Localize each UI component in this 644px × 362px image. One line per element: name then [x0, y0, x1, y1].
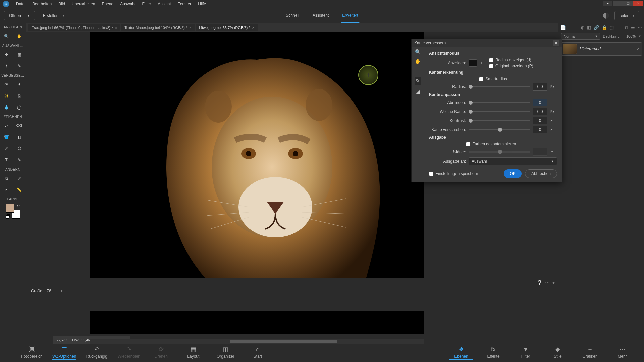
size-value[interactable]: 76	[47, 289, 57, 293]
gradient-tool-icon[interactable]: ◧	[13, 131, 26, 143]
feather-slider[interactable]	[469, 111, 530, 112]
erase-refine-icon[interactable]: ◢	[416, 88, 420, 95]
trash-icon[interactable]: 🗑	[624, 25, 628, 30]
radius-show-checkbox[interactable]: Radius anzeigen (J)	[489, 58, 557, 62]
menu-auswahl[interactable]: Auswahl	[117, 0, 139, 8]
contrast-value[interactable]: 0	[533, 117, 547, 124]
help-icon[interactable]: ❔	[537, 280, 542, 285]
layer-thumbnail[interactable]	[563, 44, 577, 54]
graphics-button[interactable]: ＋Grafiken	[578, 346, 602, 360]
hand-tool-icon[interactable]: ✋	[415, 58, 421, 64]
share-button[interactable]: Teilen ▼	[614, 11, 639, 20]
foreground-color-swatch[interactable]	[6, 204, 14, 213]
recompose-tool-icon[interactable]: ⤢	[13, 173, 26, 184]
chevron-down-icon[interactable]: ▾	[552, 280, 555, 285]
photo-bin-button[interactable]: 🖼Fotobereich	[20, 346, 44, 360]
smooth-value[interactable]: 0	[533, 99, 547, 106]
zoom-tool-icon[interactable]: 🔍	[0, 31, 13, 42]
layers-button[interactable]: ❖Ebenen	[449, 346, 473, 360]
color-swatches[interactable]: ⇄	[6, 204, 20, 219]
tab-assistant[interactable]: Assistent	[311, 8, 330, 23]
more-button[interactable]: ⋯Mehr	[610, 346, 634, 360]
layout-button[interactable]: ▦Layout	[181, 346, 205, 360]
adjustment-icon[interactable]: ◧	[587, 25, 591, 30]
eyedropper-tool-icon[interactable]: ⤢	[0, 143, 13, 154]
doc-tab-loewe[interactable]: Löwe.jpeg bei 66,7% (RGB/8) * ×	[196, 24, 258, 31]
menu-ansicht[interactable]: Ansicht	[154, 0, 174, 8]
cancel-button[interactable]: Abbrechen	[525, 169, 557, 178]
blend-mode-select[interactable]: Normal ▼	[561, 33, 600, 40]
theme-toggle-icon[interactable]	[603, 13, 609, 19]
chevron-down-icon[interactable]: ▼	[60, 289, 63, 293]
redo-button[interactable]: ↷Wiederholen	[117, 346, 141, 360]
smart-radius-checkbox[interactable]: Smartradius	[479, 77, 507, 81]
radius-value[interactable]: 0,0	[533, 83, 547, 90]
feather-value[interactable]: 0,0	[533, 108, 547, 115]
layer-lock-indicator-icon[interactable]: ⤢	[636, 47, 640, 51]
menu-ebene[interactable]: Ebene	[98, 0, 117, 8]
rotate-button[interactable]: ⟳Drehen	[149, 346, 173, 360]
spot-heal-tool-icon[interactable]: ✦	[13, 79, 26, 90]
panel-menu-icon[interactable]: ⋯	[638, 25, 642, 30]
shift-slider[interactable]	[469, 129, 530, 130]
close-icon[interactable]: ×	[189, 26, 191, 30]
tab-quick[interactable]: Schnell	[284, 8, 300, 23]
doc-tab-textur[interactable]: Textur Mauer.jpeg bei 104% (RGB/8) * ×	[121, 24, 195, 31]
quick-select-tool-icon[interactable]: ✎	[13, 60, 26, 72]
output-to-select[interactable]: Auswahl ▼	[469, 157, 557, 165]
decontaminate-checkbox[interactable]: Farben dekontaminieren	[466, 142, 516, 146]
brush-tool-icon[interactable]: 🖌	[0, 120, 13, 131]
refine-brush-icon[interactable]: ✎	[415, 77, 421, 85]
shift-value[interactable]: 0	[533, 126, 547, 133]
window-collapse-icon[interactable]: ▾	[603, 1, 612, 6]
open-button[interactable]: Öffnen ▼	[4, 11, 35, 20]
straighten-tool-icon[interactable]: 📏	[13, 184, 26, 195]
chevron-down-icon[interactable]: ▼	[62, 14, 65, 17]
text-tool-icon[interactable]: T	[0, 154, 13, 166]
radius-slider[interactable]	[469, 86, 530, 87]
link-icon[interactable]: 🔗	[594, 25, 599, 30]
new-layer-icon[interactable]: 📄	[560, 25, 566, 30]
chevron-down-icon[interactable]: ▼	[480, 61, 483, 65]
lock-icon[interactable]: 🔒	[602, 25, 607, 30]
shape-tool-icon[interactable]: ⬠	[13, 143, 26, 154]
swap-colors-icon[interactable]: ⇄	[17, 204, 20, 207]
smart-brush-tool-icon[interactable]: ✨	[0, 90, 13, 102]
pencil-tool-icon[interactable]: ✎	[13, 154, 26, 166]
menu-bild[interactable]: Bild	[55, 0, 68, 8]
move-tool-icon[interactable]: ✥	[0, 49, 13, 60]
close-icon[interactable]: ×	[115, 26, 117, 30]
layer-item-hintergrund[interactable]: Hintergrund ⤢	[560, 42, 642, 56]
strength-slider[interactable]	[469, 151, 530, 153]
smooth-slider[interactable]	[469, 102, 530, 103]
tab-advanced[interactable]: Erweitert	[341, 8, 359, 23]
create-button[interactable]: Erstellen ▼	[43, 13, 65, 18]
dialog-titlebar[interactable]: Kante verbessern ✕	[412, 39, 562, 47]
window-maximize-icon[interactable]: ☐	[623, 1, 633, 6]
start-button[interactable]: ⌂Start	[246, 346, 269, 360]
mask-icon[interactable]: ◐	[581, 25, 584, 30]
content-move-tool-icon[interactable]: ✂	[0, 184, 13, 195]
more-icon[interactable]: ☰	[631, 25, 635, 30]
menu-hilfe[interactable]: Hilfe	[195, 0, 209, 8]
marquee-tool-icon[interactable]: ▦	[13, 49, 26, 60]
undo-button[interactable]: ↶Rückgängig	[85, 346, 108, 360]
chevron-down-icon[interactable]: ▼	[632, 14, 635, 17]
opacity-value[interactable]: 100%	[622, 34, 636, 38]
menu-fenster[interactable]: Fenster	[174, 0, 195, 8]
crop-tool-icon[interactable]: ⧉	[0, 173, 13, 184]
contrast-slider[interactable]	[469, 120, 530, 121]
close-icon[interactable]: ×	[252, 26, 254, 30]
hand-tool-icon[interactable]: ✋	[13, 31, 26, 42]
eraser-tool-icon[interactable]: ⌫	[13, 120, 26, 131]
organizer-button[interactable]: ◫Organizer	[214, 346, 237, 360]
lasso-tool-icon[interactable]: ⌇	[0, 60, 13, 72]
window-close-icon[interactable]: ✕	[633, 1, 643, 6]
dialog-close-icon[interactable]: ✕	[553, 40, 559, 46]
zoom-tool-icon[interactable]: 🔍	[415, 49, 421, 55]
fill-tool-icon[interactable]: 🪣	[0, 131, 13, 143]
menu-datei[interactable]: Datei	[13, 0, 29, 8]
sponge-tool-icon[interactable]: ◯	[13, 102, 26, 113]
menu-ueberarbeiten[interactable]: Überarbeiten	[68, 0, 98, 8]
clone-stamp-tool-icon[interactable]: ⎘	[13, 90, 26, 102]
